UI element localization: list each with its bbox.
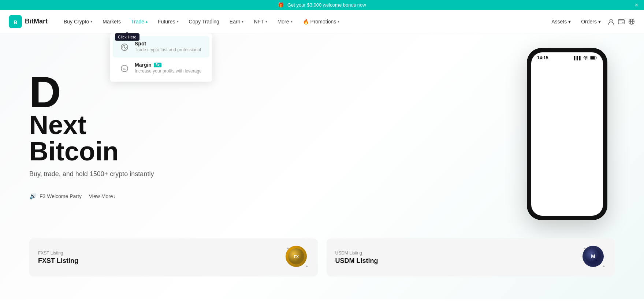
nav-item-promotions[interactable]: 🔥 Promotions ▾ <box>298 16 344 27</box>
main-content: D Next Bitcoin Buy, trade, and hold 1500… <box>0 33 644 299</box>
fxst-tag: FXST Listing <box>38 250 78 256</box>
svg-rect-14 <box>591 56 595 59</box>
banner-close-button[interactable]: × <box>635 2 638 8</box>
usdm-tag: USDM Listing <box>335 250 378 256</box>
nav-label-more: More <box>278 19 289 25</box>
chevron-down-icon: ▾ <box>291 19 293 23</box>
orders-label: Orders <box>581 19 597 25</box>
phone-status-bar: 14:15 ▌▌▌ <box>531 52 603 62</box>
nav-item-trade[interactable]: Trade ▴ <box>127 16 152 27</box>
ticker-separator <box>85 193 86 199</box>
trade-chevron-icon: ▴ <box>146 19 148 23</box>
fxst-listing-card[interactable]: FXST Listing FXST Listing ✦ FX <box>29 238 318 276</box>
svg-point-9 <box>124 47 125 48</box>
nav-label-trade: Trade <box>131 19 144 25</box>
sparkle-icon: ✦ <box>305 264 308 268</box>
nav-label-markets: Markets <box>103 19 121 25</box>
margin-title: Margin 5x <box>135 62 202 68</box>
main-nav: Buy Crypto ▾ Click Here Markets Trade ▴ … <box>59 16 548 27</box>
speaker-icon: 🔊 <box>29 193 37 200</box>
chevron-down-icon: ▾ <box>90 19 92 23</box>
spot-icon <box>119 41 130 53</box>
logo-text: BitMart <box>25 18 48 25</box>
nav-item-nft[interactable]: NFT ▾ <box>249 16 271 27</box>
chevron-down-icon: ▾ <box>265 19 267 23</box>
fxst-coin-icon: ✦ FX ✦ <box>286 246 309 269</box>
flame-icon: 🔥 <box>303 19 309 25</box>
wifi-icon <box>583 56 588 60</box>
hero-line1: Next <box>29 112 249 138</box>
svg-text:FX: FX <box>294 254 299 259</box>
nav-item-buy-crypto[interactable]: Buy Crypto ▾ Click Here <box>59 16 97 27</box>
main-header: B BitMart Buy Crypto ▾ Click Here Market… <box>0 10 644 33</box>
spot-description: Trade crypto fast and professional <box>135 47 201 52</box>
chevron-down-icon: ▾ <box>598 19 601 25</box>
nav-item-futures[interactable]: Futures ▾ <box>153 16 183 27</box>
chevron-right-icon: › <box>114 193 116 199</box>
logo[interactable]: B BitMart <box>9 15 48 28</box>
hero-text: D Next Bitcoin Buy, trade, and hold 1500… <box>29 72 249 200</box>
hero-subtext: Buy, trade, and hold 1500+ crypto instan… <box>29 170 249 178</box>
gift-icon: 🎁 <box>278 2 284 8</box>
top-banner: 🎁 Get your $3,000 welcome bonus now × <box>0 0 644 10</box>
hero-headline: Next Bitcoin <box>29 112 249 164</box>
nav-item-more[interactable]: More ▾ <box>273 16 297 27</box>
fxst-title: FXST Listing <box>38 257 78 265</box>
chevron-down-icon: ▾ <box>338 19 339 23</box>
nav-right: Assets ▾ Orders ▾ <box>548 16 635 27</box>
margin-badge: 5x <box>154 63 161 67</box>
margin-icon: % <box>119 63 130 74</box>
nav-orders[interactable]: Orders ▾ <box>577 16 604 27</box>
nav-label-copy-trading: Copy Trading <box>189 19 219 25</box>
usdm-coin-icon: ✦ M ✦ <box>582 246 606 269</box>
nav-item-copy-trading[interactable]: Copy Trading <box>185 16 224 27</box>
hero-line2: Bitcoin <box>29 138 249 164</box>
margin-description: Increase your profits with leverage <box>135 68 202 74</box>
nav-item-earn[interactable]: Earn ▾ <box>225 16 248 27</box>
nav-label-buy-crypto: Buy Crypto <box>64 19 89 25</box>
svg-point-4 <box>622 22 623 23</box>
logo-icon: B <box>9 15 22 28</box>
svg-text:B: B <box>14 19 17 25</box>
svg-text:M: M <box>591 253 595 259</box>
spot-title: Spot <box>135 41 201 47</box>
language-icon[interactable] <box>628 18 635 25</box>
usdm-title: USDM Listing <box>335 257 378 265</box>
profile-icon[interactable] <box>607 18 615 25</box>
svg-text:%: % <box>123 67 126 71</box>
chevron-down-icon: ▾ <box>242 19 243 23</box>
phone-mockup: 14:15 ▌▌▌ <box>527 48 607 220</box>
trade-dropdown: Spot Trade crypto fast and professional … <box>110 33 212 82</box>
phone-outer: 14:15 ▌▌▌ <box>527 48 607 220</box>
phone-time: 14:15 <box>537 55 548 60</box>
dropdown-item-margin[interactable]: % Margin 5x Increase your profits with l… <box>113 57 209 79</box>
chevron-down-icon: ▾ <box>568 19 571 25</box>
wallet-icon[interactable] <box>618 18 625 25</box>
svg-point-12 <box>585 59 586 59</box>
nav-label-nft: NFT <box>254 19 264 25</box>
view-more-link[interactable]: View More › <box>89 193 116 199</box>
phone-status-icons: ▌▌▌ <box>574 56 597 60</box>
svg-point-2 <box>610 19 612 22</box>
nav-item-markets[interactable]: Markets <box>98 16 125 27</box>
ticker-text[interactable]: F3 Welcome Party <box>40 193 82 199</box>
assets-label: Assets <box>551 19 567 25</box>
chevron-down-icon: ▾ <box>177 19 179 23</box>
signal-icon: ▌▌▌ <box>574 56 582 60</box>
sparkle-icon: ✦ <box>286 246 289 250</box>
nav-label-promotions: Promotions <box>310 19 336 25</box>
banner-text: Get your $3,000 welcome bonus now <box>287 2 366 8</box>
svg-rect-3 <box>618 19 624 24</box>
hero-partial-letter: D <box>29 72 66 112</box>
nav-assets[interactable]: Assets ▾ <box>548 16 574 27</box>
sparkle-icon: ✦ <box>602 264 605 268</box>
dropdown-item-spot[interactable]: Spot Trade crypto fast and professional <box>113 36 209 57</box>
nav-label-earn: Earn <box>230 19 241 25</box>
hero-section: D Next Bitcoin Buy, trade, and hold 1500… <box>0 33 644 238</box>
listing-cards: FXST Listing FXST Listing ✦ FX <box>0 238 644 291</box>
battery-icon <box>590 56 597 60</box>
hero-ticker: 🔊 F3 Welcome Party View More › <box>29 193 249 200</box>
sparkle-icon: ✦ <box>583 246 586 250</box>
nav-label-futures: Futures <box>158 19 175 25</box>
usdm-listing-card[interactable]: USDM Listing USDM Listing ✦ M <box>327 238 615 276</box>
